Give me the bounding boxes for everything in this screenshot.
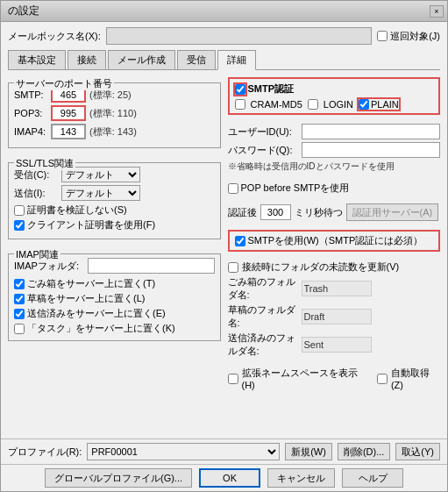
no-cert-label: 証明書を検証しない(S) bbox=[27, 203, 127, 217]
auto-get-label: 自動取得(Z) bbox=[391, 367, 440, 390]
port-group-label: サーバーのポート番号 bbox=[14, 77, 114, 90]
trash-folder-row: ごみ箱のフォルダ名: bbox=[228, 275, 441, 302]
profile-select[interactable]: PRF00001 bbox=[87, 443, 280, 460]
pop3-port-input[interactable] bbox=[51, 105, 86, 121]
folder-check-rows: ごみ箱をサーバー上に置く(T) 草稿をサーバー上に置く(L) 送信済みをサーバー… bbox=[14, 277, 215, 335]
ssl-send-select[interactable]: デフォルト bbox=[61, 185, 140, 201]
tab-receive[interactable]: 受信 bbox=[177, 50, 216, 69]
window-title: の設定 bbox=[8, 4, 39, 18]
pop-before-row: POP before SMTPを使用 bbox=[228, 182, 441, 195]
patrol-check-row: 巡回対象(J) bbox=[377, 30, 440, 43]
plain-checkbox[interactable] bbox=[359, 99, 369, 110]
pop3-port-row: POP3: (標準: 110) bbox=[14, 105, 215, 121]
left-panel: サーバーのポート番号 SMTP: (標準: 25) POP3: (標準: 110… bbox=[8, 77, 221, 433]
user-id-row: ユーザーID(U): bbox=[228, 124, 441, 139]
bottom-check-rows: 拡張ネームスペースを表示(H) 自動取得(Z) bbox=[228, 367, 441, 390]
help-button[interactable]: ヘルプ bbox=[342, 468, 403, 488]
ssl-group-label: SSL/TLS関連 bbox=[14, 157, 75, 170]
sent-folder-input[interactable] bbox=[302, 337, 372, 353]
client-cert-row: クライアント証明書を使用(F) bbox=[14, 218, 215, 232]
credentials-section: ユーザーID(U): パスワード(Q): ※省略時は受信用のIDとパスワードを使… bbox=[228, 124, 441, 176]
trash-checkbox[interactable] bbox=[14, 279, 25, 289]
mailbox-input[interactable] bbox=[106, 27, 372, 45]
tab-detail[interactable]: 詳細 bbox=[217, 50, 256, 70]
cram-md5-label: CRAM-MD5 bbox=[251, 99, 302, 110]
no-cert-checkbox[interactable] bbox=[14, 205, 25, 216]
namespace-label: 拡張ネームスペースを表示(H) bbox=[242, 367, 366, 390]
tabs-bar: 基本設定 接続 メール作成 受信 詳細 bbox=[8, 50, 440, 70]
new-profile-button[interactable]: 新規(W) bbox=[285, 443, 332, 460]
smtp-auth-box: SMTP認証 CRAM-MD5 LOGIN PLAIN bbox=[228, 77, 441, 115]
no-cert-row: 証明書を検証しない(S) bbox=[14, 203, 215, 217]
close-button[interactable]: × bbox=[430, 5, 444, 18]
pop-before-checkbox[interactable] bbox=[228, 183, 238, 194]
ok-button[interactable]: OK bbox=[199, 468, 260, 488]
password-input[interactable] bbox=[302, 142, 441, 158]
auth-delay-row: 認証後 ミリ秒待つ 認証用サーバー(A) bbox=[228, 203, 441, 221]
title-bar-controls: × bbox=[430, 5, 444, 18]
sent-checkbox[interactable] bbox=[14, 309, 25, 319]
login-checkbox[interactable] bbox=[308, 99, 318, 110]
cancel-button[interactable]: キャンセル bbox=[267, 468, 335, 488]
imap4-default: (標準: 143) bbox=[89, 125, 137, 139]
import-profile-button[interactable]: 取込(Y) bbox=[395, 443, 440, 460]
auth-server-button[interactable]: 認証用サーバー(A) bbox=[346, 203, 439, 221]
mailbox-row: メールボックス名(X): 巡回対象(J) bbox=[8, 27, 440, 45]
auth-note: ※省略時は受信用のIDとパスワードを使用 bbox=[228, 160, 441, 173]
draft-check-row: 草稿をサーバー上に置く(L) bbox=[14, 292, 215, 305]
settings-window: の設定 × メールボックス名(X): 巡回対象(J) 基本設定 接続 メール作成… bbox=[0, 0, 448, 492]
update-unread-label: 接続時にフォルダの未読数を更新(V) bbox=[242, 260, 400, 274]
trash-check-row: ごみ箱をサーバー上に置く(T) bbox=[14, 277, 215, 290]
auth-delay-input[interactable] bbox=[260, 204, 291, 220]
delete-profile-button[interactable]: 削除(D)... bbox=[338, 443, 390, 460]
sent-folder-row: 送信済みのフォルダ名: bbox=[228, 332, 441, 358]
user-id-label: ユーザーID(U): bbox=[228, 125, 298, 139]
imap-folder-input[interactable] bbox=[88, 258, 215, 274]
namespace-row: 拡張ネームスペースを表示(H) 自動取得(Z) bbox=[228, 367, 441, 390]
smtp-label: SMTP: bbox=[14, 89, 47, 100]
draft-folder-label: 草稿のフォルダ名: bbox=[228, 303, 298, 330]
smtp-use-label: SMTPを使用(W)（SMTP認証には必須） bbox=[248, 234, 423, 247]
imap4-port-row: IMAP4: (標準: 143) bbox=[14, 124, 215, 139]
smtp-use-checkbox[interactable] bbox=[235, 236, 245, 246]
main-content: サーバーのポート番号 SMTP: (標準: 25) POP3: (標準: 110… bbox=[8, 77, 440, 433]
imap-group-label: IMAP関連 bbox=[14, 248, 60, 261]
trash-folder-input[interactable] bbox=[302, 281, 372, 296]
client-cert-label: クライアント証明書を使用(F) bbox=[27, 218, 155, 232]
task-checkbox[interactable] bbox=[14, 324, 25, 334]
tab-compose[interactable]: メール作成 bbox=[108, 50, 175, 69]
window-body: メールボックス名(X): 巡回対象(J) 基本設定 接続 メール作成 受信 詳細… bbox=[1, 22, 447, 439]
plain-option: PLAIN bbox=[359, 99, 399, 110]
client-cert-checkbox[interactable] bbox=[14, 220, 25, 231]
update-unread-checkbox[interactable] bbox=[228, 262, 238, 273]
global-profile-button[interactable]: グローバルプロファイル(G)... bbox=[45, 468, 192, 488]
login-label: LOGIN bbox=[324, 99, 353, 110]
pop-before-label: POP before SMTPを使用 bbox=[241, 182, 350, 195]
user-id-input[interactable] bbox=[302, 124, 441, 139]
auto-get-checkbox[interactable] bbox=[377, 374, 388, 384]
profile-row: プロファイル(R): PRF00001 新規(W) 削除(D)... 取込(Y) bbox=[1, 439, 447, 464]
tab-basic[interactable]: 基本設定 bbox=[8, 50, 66, 69]
draft-check-label: 草稿をサーバー上に置く(L) bbox=[27, 292, 145, 305]
patrol-label: 巡回対象(J) bbox=[390, 30, 440, 43]
auth-options: CRAM-MD5 LOGIN PLAIN bbox=[235, 99, 434, 110]
draft-checkbox[interactable] bbox=[14, 294, 25, 304]
namespace-checkbox[interactable] bbox=[228, 374, 238, 384]
port-group: サーバーのポート番号 SMTP: (標準: 25) POP3: (標準: 110… bbox=[8, 82, 221, 148]
task-check-row: 「タスク」をサーバー上に置く(K) bbox=[14, 322, 215, 335]
patrol-checkbox[interactable] bbox=[377, 31, 388, 41]
profile-label: プロファイル(R): bbox=[8, 446, 82, 459]
ssl-send-row: 送信(I): デフォルト bbox=[14, 185, 215, 201]
imap4-port-input[interactable] bbox=[51, 124, 86, 139]
imap4-label: IMAP4: bbox=[14, 126, 47, 137]
draft-folder-input[interactable] bbox=[302, 309, 372, 324]
cram-md5-checkbox[interactable] bbox=[235, 99, 245, 110]
ssl-group: SSL/TLS関連 受信(C): デフォルト 送信(I): デフォルト bbox=[8, 162, 221, 239]
smtp-auth-checkbox[interactable] bbox=[235, 84, 245, 95]
tab-connect[interactable]: 接続 bbox=[68, 50, 106, 69]
pop3-label: POP3: bbox=[14, 108, 47, 118]
right-panel: SMTP認証 CRAM-MD5 LOGIN PLAIN bbox=[228, 77, 441, 433]
delay-unit-label: ミリ秒待つ bbox=[295, 206, 343, 219]
bottom-buttons: グローバルプロファイル(G)... OK キャンセル ヘルプ bbox=[1, 464, 447, 491]
password-row: パスワード(Q): bbox=[228, 142, 441, 158]
